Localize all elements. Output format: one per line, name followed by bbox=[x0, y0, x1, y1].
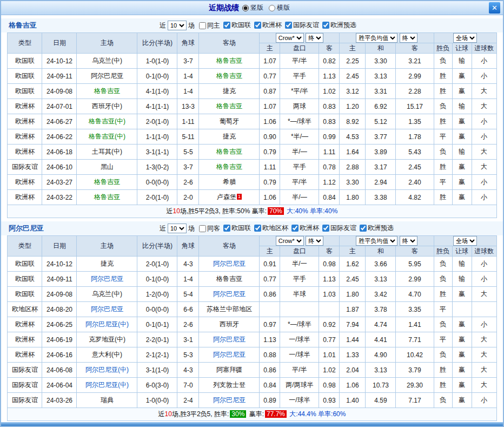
result-wdl: 胜 bbox=[434, 363, 452, 378]
scope-select[interactable]: 全场 bbox=[453, 33, 477, 43]
league-checkbox-input[interactable] bbox=[285, 22, 292, 29]
home-team[interactable]: 意大利(中) bbox=[77, 347, 137, 363]
home-team[interactable]: 阿尔巴尼亚(中) bbox=[77, 363, 137, 378]
home-team[interactable]: 克罗地亚(中) bbox=[77, 332, 137, 347]
home-team[interactable]: 阿尔巴尼亚 bbox=[77, 302, 137, 317]
result-handicap: 输 bbox=[452, 144, 472, 160]
home-team[interactable]: 格鲁吉亚(中) bbox=[77, 114, 137, 129]
layout-radio-vertical-input[interactable] bbox=[242, 5, 249, 11]
home-team[interactable]: 格鲁吉亚 bbox=[77, 175, 137, 190]
away-team[interactable]: 捷克 bbox=[199, 129, 260, 144]
league-checkbox-input[interactable] bbox=[254, 22, 261, 29]
away-team[interactable]: 希腊 bbox=[199, 175, 260, 190]
avg-odds-home: 4.53 bbox=[340, 129, 366, 144]
layout-radio-vertical[interactable]: 竖版 bbox=[242, 3, 263, 12]
handicap-line: 两/两球半 bbox=[280, 378, 319, 393]
league-filter-checkbox[interactable]: 国际友谊 bbox=[282, 21, 319, 30]
league-checkbox-input[interactable] bbox=[322, 22, 329, 29]
avg-type-select[interactable]: 胜平负均值 bbox=[356, 33, 397, 43]
league-filter-checkbox[interactable]: 欧洲预选 bbox=[357, 224, 394, 233]
home-team[interactable]: 阿尔巴尼亚(中) bbox=[77, 317, 137, 332]
odds-company-select[interactable]: Crow* bbox=[276, 33, 304, 43]
away-team[interactable]: 捷克 bbox=[199, 84, 260, 99]
avg-type-select[interactable]: 胜平负均值 bbox=[356, 236, 397, 246]
score-halftime: 1-3(0-2) bbox=[137, 160, 177, 175]
away-team[interactable]: 葡萄牙 bbox=[199, 114, 260, 129]
avg-time-select[interactable]: 终 bbox=[400, 33, 417, 43]
avg-odds-away: 3.79 bbox=[396, 363, 434, 378]
match-count-select[interactable]: 10 bbox=[168, 224, 187, 233]
home-team[interactable]: 西班牙(中) bbox=[77, 99, 137, 114]
league-filter-checkbox[interactable]: 欧洲杯 bbox=[289, 224, 319, 233]
home-team[interactable]: 阿尔巴尼亚 bbox=[77, 69, 137, 84]
home-team[interactable]: 阿尔巴尼亚(中) bbox=[77, 378, 137, 393]
league-filter-checkbox[interactable]: 欧地区杯 bbox=[251, 224, 288, 233]
home-team[interactable]: 格鲁吉亚(中) bbox=[77, 129, 137, 144]
same-venue-checkbox[interactable]: 同主 bbox=[196, 21, 220, 30]
same-venue-checkbox-input[interactable] bbox=[199, 225, 206, 232]
away-team[interactable]: 格鲁吉亚 bbox=[199, 54, 260, 69]
away-team[interactable]: 格鲁吉亚 bbox=[199, 272, 260, 287]
league-checkbox-input[interactable] bbox=[291, 225, 299, 232]
near-label: 近 bbox=[160, 21, 166, 30]
away-team[interactable]: 阿尔巴尼亚 bbox=[199, 257, 260, 272]
league-filter-checkbox[interactable]: 欧洲预选 bbox=[320, 21, 356, 30]
corners: 2-6 bbox=[177, 317, 199, 332]
home-team[interactable]: 乌克兰(中) bbox=[77, 54, 137, 69]
avg-odds-away: 1.41 bbox=[396, 317, 434, 332]
handicap-odds-away: 1.03 bbox=[319, 287, 340, 302]
away-team[interactable]: 格鲁吉亚 bbox=[199, 144, 260, 160]
league-checkbox-input[interactable] bbox=[360, 225, 367, 232]
avg-time-select[interactable]: 终 bbox=[400, 236, 417, 246]
away-team[interactable]: 西班牙 bbox=[199, 317, 260, 332]
away-team[interactable]: 格鲁吉亚 bbox=[199, 160, 260, 175]
away-team[interactable]: 格鲁吉亚 bbox=[199, 69, 260, 84]
avg-odds-away: 2.99 bbox=[396, 69, 434, 84]
league-checkbox-input[interactable] bbox=[223, 22, 230, 29]
odds-company-select[interactable]: Crow* bbox=[276, 236, 304, 246]
league-checkbox-input[interactable] bbox=[254, 225, 261, 232]
result-wdl: 负 bbox=[434, 257, 452, 272]
result-goals: 小 bbox=[472, 129, 496, 144]
col-score: 比分(半场) bbox=[137, 33, 177, 54]
home-team[interactable]: 格鲁吉亚 bbox=[77, 84, 137, 99]
match-date: 24-06-27 bbox=[42, 114, 77, 129]
layout-radio-horizontal[interactable]: 横版 bbox=[269, 3, 290, 12]
odds-time-select[interactable]: 终 bbox=[306, 33, 323, 43]
league-filter-checkbox[interactable]: 欧洲杯 bbox=[251, 21, 282, 30]
home-team[interactable]: 土耳其(中) bbox=[77, 144, 137, 160]
close-icon[interactable]: ✕ bbox=[489, 2, 500, 14]
league-filter-checkbox[interactable]: 欧国联 bbox=[221, 224, 251, 233]
league-checkbox-input[interactable] bbox=[322, 225, 329, 232]
away-team[interactable]: 格鲁吉亚 bbox=[199, 99, 260, 114]
result-goals: 小 bbox=[472, 175, 496, 190]
league-filter-checkbox[interactable]: 欧国联 bbox=[221, 21, 251, 30]
home-team[interactable]: 黑山 bbox=[77, 160, 137, 175]
home-team[interactable]: 瑞典 bbox=[77, 393, 137, 408]
away-team[interactable]: 阿尔巴尼亚 bbox=[199, 287, 260, 302]
home-team[interactable]: 捷克 bbox=[77, 257, 137, 272]
away-team[interactable]: 列支敦士登 bbox=[199, 378, 260, 393]
home-team[interactable]: 阿尔巴尼亚 bbox=[77, 272, 137, 287]
handicap-line: 半球 bbox=[280, 287, 319, 302]
result-wdl: 胜 bbox=[434, 84, 452, 99]
away-team[interactable]: 卢森堡1 bbox=[199, 190, 260, 205]
away-team[interactable]: 阿塞拜疆 bbox=[199, 363, 260, 378]
same-venue-checkbox-input[interactable] bbox=[199, 22, 206, 29]
match-count-select[interactable]: 10 bbox=[168, 21, 187, 30]
scope-select[interactable]: 全场 bbox=[453, 236, 477, 246]
same-venue-checkbox[interactable]: 同客 bbox=[196, 224, 220, 233]
away-team[interactable]: 阿尔巴尼亚 bbox=[199, 393, 260, 408]
avg-odds-draw: 3.78 bbox=[366, 302, 396, 317]
away-team[interactable]: 阿尔巴尼亚 bbox=[199, 332, 260, 347]
home-team[interactable]: 格鲁吉亚 bbox=[77, 190, 137, 205]
col-type: 类型 bbox=[8, 236, 42, 257]
layout-radio-horizontal-input[interactable] bbox=[269, 5, 275, 11]
home-team[interactable]: 乌克兰(中) bbox=[77, 287, 137, 302]
away-team[interactable]: 阿尔巴尼亚 bbox=[199, 347, 260, 363]
layout-radio-vertical-label: 竖版 bbox=[250, 3, 263, 12]
league-checkbox-input[interactable] bbox=[223, 225, 230, 232]
odds-time-select[interactable]: 终 bbox=[306, 236, 323, 246]
league-filter-checkbox[interactable]: 国际友谊 bbox=[320, 224, 356, 233]
away-team[interactable]: 苏格兰中部地区 bbox=[199, 302, 260, 317]
